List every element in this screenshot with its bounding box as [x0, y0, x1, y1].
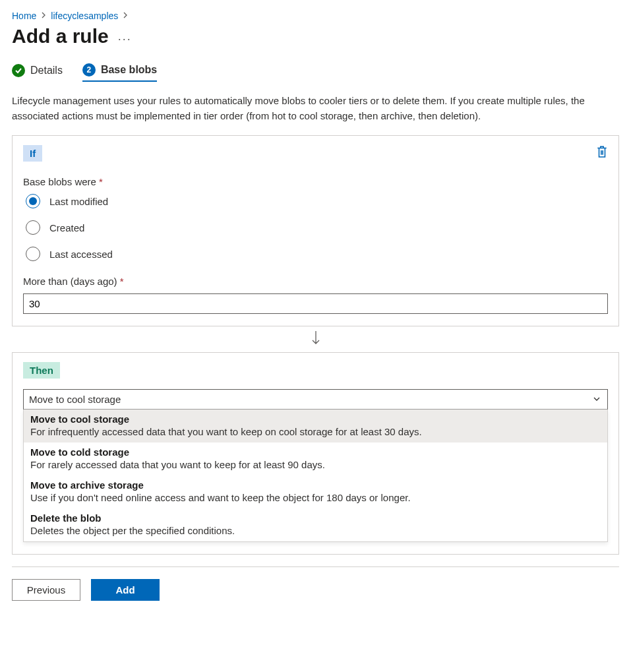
more-actions-button[interactable]: ··· [118, 27, 132, 46]
step-base-blobs-label: Base blobs [101, 64, 157, 76]
base-blobs-radio-group: Last modified Created Last accessed [23, 194, 608, 261]
option-desc: Use if you don't need online access and … [30, 492, 601, 503]
step-details-label: Details [30, 65, 63, 76]
previous-button[interactable]: Previous [12, 579, 80, 601]
days-ago-input[interactable] [23, 293, 608, 314]
option-desc: Deletes the object per the specified con… [30, 525, 601, 536]
option-title: Move to archive storage [30, 479, 601, 491]
step-number-icon: 2 [82, 63, 96, 76]
radio-icon [26, 220, 40, 235]
option-title: Delete the blob [30, 512, 601, 524]
action-dropdown-input[interactable]: Move to cool storage [23, 389, 608, 410]
option-move-cold[interactable]: Move to cold storage For rarely accessed… [24, 443, 607, 475]
then-chip: Then [23, 362, 60, 379]
breadcrumb-lifecyclesamples[interactable]: lifecyclesamples [51, 11, 118, 21]
if-condition-box: If Base blobs were * Last modified Creat… [12, 135, 619, 326]
radio-icon [26, 194, 40, 208]
option-desc: For rarely accessed data that you want t… [30, 459, 601, 470]
delete-condition-button[interactable] [596, 145, 608, 157]
radio-label: Created [49, 222, 84, 233]
base-blobs-were-label: Base blobs were * [23, 176, 608, 187]
then-action-box: Then Move to cool storage Move to cool s… [12, 352, 619, 555]
option-title: Move to cold storage [30, 446, 601, 458]
page-title: Add a rule [12, 25, 109, 47]
check-icon [12, 64, 25, 77]
page-description: Lifecycle management uses your rules to … [12, 94, 619, 123]
option-move-cool[interactable]: Move to cool storage For infrequently ac… [24, 410, 607, 443]
stepper: Details 2 Base blobs [12, 63, 619, 82]
days-ago-label: More than (days ago) * [23, 276, 608, 287]
radio-label: Last modified [49, 196, 108, 207]
action-dropdown[interactable]: Move to cool storage Move to cool storag… [23, 389, 608, 542]
chevron-right-icon [40, 11, 47, 20]
radio-last-accessed[interactable]: Last accessed [26, 247, 608, 261]
radio-label: Last accessed [49, 249, 113, 260]
step-base-blobs[interactable]: 2 Base blobs [82, 63, 157, 82]
option-move-archive[interactable]: Move to archive storage Use if you don't… [24, 475, 607, 508]
radio-last-modified[interactable]: Last modified [26, 194, 608, 208]
breadcrumb: Home lifecyclesamples [12, 8, 619, 21]
chevron-right-icon [122, 11, 129, 20]
action-dropdown-list: Move to cool storage For infrequently ac… [23, 410, 608, 542]
step-details[interactable]: Details [12, 64, 63, 81]
option-delete-blob[interactable]: Delete the blob Deletes the object per t… [24, 508, 607, 541]
add-button[interactable]: Add [91, 579, 160, 601]
option-desc: For infrequently accessed data that you … [30, 426, 601, 437]
option-title: Move to cool storage [30, 413, 601, 425]
breadcrumb-home[interactable]: Home [12, 11, 36, 21]
arrow-down-icon [12, 326, 619, 352]
footer: Previous Add [12, 566, 619, 601]
if-chip: If [23, 145, 42, 162]
radio-created[interactable]: Created [26, 220, 608, 235]
radio-icon [26, 247, 40, 261]
